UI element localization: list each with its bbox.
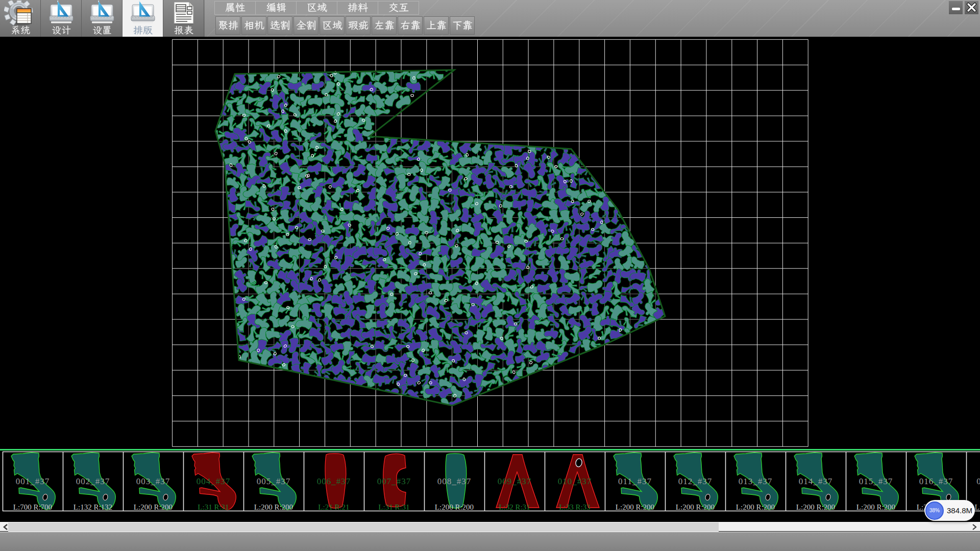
svg-text:L:32 R:31: L:32 R:31 xyxy=(499,503,530,511)
svg-text:005_#37: 005_#37 xyxy=(257,477,291,486)
svg-text:001_#37: 001_#37 xyxy=(16,477,50,486)
svg-text:L:200 R:200: L:200 R:200 xyxy=(435,503,474,511)
svg-text:L:200 R:200: L:200 R:200 xyxy=(134,503,173,511)
svg-text:L:200 R:200: L:200 R:200 xyxy=(616,503,654,511)
svg-text:L:200 R:200: L:200 R:200 xyxy=(796,503,835,511)
svg-text:L:2: L:2 xyxy=(975,503,980,511)
svg-text:007_#37: 007_#37 xyxy=(377,477,411,486)
svg-text:016_#37: 016_#37 xyxy=(919,477,953,486)
svg-text:0: 0 xyxy=(976,477,980,486)
svg-text:006_#37: 006_#37 xyxy=(317,477,351,486)
svg-text:L:132 R:132: L:132 R:132 xyxy=(74,503,112,511)
svg-text:L:200 R:200: L:200 R:200 xyxy=(856,503,895,511)
svg-text:009_#37: 009_#37 xyxy=(498,477,532,486)
svg-text:L:21 R:21: L:21 R:21 xyxy=(318,503,349,511)
svg-text:L:700 R:700: L:700 R:700 xyxy=(13,503,52,511)
svg-text:012_#37: 012_#37 xyxy=(678,477,713,486)
svg-text:008_#37: 008_#37 xyxy=(437,477,472,486)
svg-text:L:200 R:200: L:200 R:200 xyxy=(736,503,775,511)
svg-text:L:33 R:33: L:33 R:33 xyxy=(559,503,590,511)
svg-text:004_#37: 004_#37 xyxy=(197,477,231,486)
svg-text:015_#37: 015_#37 xyxy=(859,477,893,486)
svg-text:L:200 R:200: L:200 R:200 xyxy=(254,503,293,511)
svg-text:011_#37: 011_#37 xyxy=(618,477,652,486)
svg-text:003_#37: 003_#37 xyxy=(136,477,170,486)
svg-text:L:31 R:31: L:31 R:31 xyxy=(198,503,229,511)
svg-text:L:200 R:200: L:200 R:200 xyxy=(676,503,715,511)
svg-text:L:31 R:31: L:31 R:31 xyxy=(378,503,409,511)
svg-text:013_#37: 013_#37 xyxy=(739,477,773,486)
svg-text:002_#37: 002_#37 xyxy=(76,477,110,486)
svg-text:014_#37: 014_#37 xyxy=(799,477,833,486)
svg-text:010_#37: 010_#37 xyxy=(558,477,592,486)
